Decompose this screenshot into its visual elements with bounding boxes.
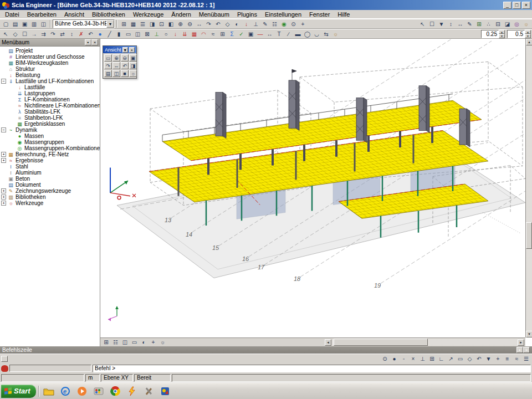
results-table-icon[interactable]: ▦ [129,20,138,28]
tree-item[interactable]: + ≈ Ergebnisse [1,157,100,163]
vertical-scroll-track[interactable] [526,45,532,331]
wall-icon[interactable]: ◫ [133,30,142,38]
tree-item[interactable]: ▦ Ergebnisklassen [10,121,100,127]
snap-mode-icon[interactable]: ⊙ [289,20,298,28]
media-player-icon[interactable] [75,385,89,398]
tree-item[interactable]: Σ LF-Kombinationen [10,96,100,103]
view-mode-icon[interactable]: ⊞ [101,338,111,346]
scale-field-1[interactable]: 0.25 ▲ ▼ [481,30,505,38]
dimension-icon[interactable]: ↔ [456,20,465,28]
connect-icon[interactable]: ⇆ [321,30,331,38]
annotation-icon[interactable]: ✎ [465,20,474,28]
ucs-icon[interactable]: + [298,20,308,28]
zoom-in-icon[interactable]: ⊕ [112,54,120,62]
dimension-line-icon[interactable]: ↔ [265,30,274,38]
close-icon[interactable]: × [91,39,98,45]
snap-intersection-icon[interactable]: × [408,355,418,363]
menu-item[interactable]: Ansicht [60,11,88,18]
arc-icon[interactable]: ◡ [312,30,321,38]
tree-expander-icon[interactable]: − [1,79,6,84]
mesh-icon[interactable]: ⊞ [218,30,227,38]
3d-model-canvas[interactable]: 13 14 15 16 17 18 19 [100,39,525,337]
tree-item[interactable]: ↓ Lastfälle [10,84,100,90]
settings-icon[interactable]: ☼ [331,30,340,38]
zoom-in-icon[interactable]: ⊕ [176,20,185,28]
section-line-icon[interactable]: — [255,30,265,38]
axes-toggle-icon[interactable]: + [149,338,158,346]
moment-load-icon[interactable]: ◠ [199,30,208,38]
text-icon[interactable]: T [274,30,284,38]
spin-field-value[interactable]: 0.5 [507,30,525,38]
horizontal-scroll-thumb[interactable] [334,339,428,346]
save-project-icon[interactable]: ▣ [20,20,29,28]
circle-icon[interactable]: ◯ [303,30,312,38]
show-labels-icon[interactable]: ✎ [260,20,270,28]
menu-item[interactable]: Hilfe [334,11,354,18]
stop-hand-icon[interactable] [1,365,8,372]
clipping-box-icon[interactable]: ⊟ [493,20,503,28]
select-poly-icon[interactable]: ◇ [11,30,20,38]
close-button[interactable]: × [522,2,530,9]
section-icon[interactable]: ◪ [503,20,512,28]
scroll-right-icon[interactable]: ► [518,339,524,346]
calculate-icon[interactable]: Σ [227,30,237,38]
menu-item[interactable]: Einstellungen [261,11,305,18]
select-rect-icon[interactable]: ▭ [456,355,465,363]
temperature-load-icon[interactable]: ≈ [208,30,218,38]
vertical-scrollbar[interactable]: ▲ ▼ [525,39,532,337]
layers-icon[interactable]: ☷ [270,20,279,28]
scale-field-2[interactable]: 0.5 ▲ ▼ [507,30,531,38]
menu-item[interactable]: Werkzeuge [129,11,167,18]
opening-icon[interactable]: ⊠ [142,30,152,38]
tools-icon[interactable] [141,385,156,398]
tree-item[interactable]: λ Stabilitäts-LFK [10,109,100,115]
menu-item[interactable]: Menübaum [195,11,233,18]
activity-icon[interactable]: ◉ [279,20,289,28]
copy-icon[interactable]: ⇉ [39,30,48,38]
tree-item[interactable]: ⇊ Lastgruppen [10,90,100,96]
view-palette-titlebar[interactable]: Ansicht ▼ × [103,46,136,53]
command-options-button[interactable] [1,356,8,362]
tree-item[interactable]: ▣ Beton [1,176,100,182]
snap-perpendicular-icon[interactable]: ⊥ [418,355,427,363]
select-all-icon[interactable]: ☐ [427,20,437,28]
concrete-check-icon[interactable]: ▣ [246,30,255,38]
zoom-selection-icon[interactable]: ◨ [129,62,137,69]
select-icon[interactable]: ↖ [1,30,11,38]
tree-item[interactable]: − ~ Dynamik [1,127,100,133]
tree-expander-icon[interactable]: − [1,127,6,132]
measure-icon[interactable]: ↕ [446,20,456,28]
combo-dropdown-icon[interactable]: ▼ [106,20,114,28]
tree-item[interactable]: + ▦ Berechnung, FE-Netz [1,151,100,157]
display-settings-icon[interactable]: ☼ [158,338,167,346]
tree-expander-icon[interactable]: + [1,201,6,206]
show-loads-icon[interactable]: ↓ [242,20,251,28]
zoom-box-icon[interactable]: ▭ [130,338,139,346]
tree-item[interactable]: ▦ BIM-Werkzeugkasten [1,60,100,66]
tree-item[interactable]: + ▥ Bibliotheken [1,194,100,200]
pan-view-icon[interactable]: ↔ [112,62,120,69]
node-icon[interactable]: ● [95,30,105,38]
previous-view-icon[interactable]: ↶ [121,62,129,69]
tree-expander-icon[interactable]: + [1,195,6,200]
spin-up-icon[interactable]: ▲ [525,30,531,34]
view-settings-icon[interactable]: ☼ [521,20,531,28]
copy-view-icon[interactable]: ◫ [112,70,120,77]
project-combo[interactable]: Bühne Geb.34-3b-HE ▼ [53,19,115,28]
tree-item[interactable]: I Stahl [1,163,100,170]
layers-toggle-icon[interactable]: ☷ [111,338,120,346]
filter-icon[interactable]: ▼ [484,355,493,363]
menu-item[interactable]: Plugins [233,11,261,18]
new-project-icon[interactable]: ▢ [1,20,11,28]
tree-item[interactable]: ▤ Dokument [1,182,100,188]
delete-icon[interactable]: ✗ [76,30,86,38]
snap-grid-icon[interactable]: ⊞ [427,355,437,363]
menu-item[interactable]: Datei [1,11,23,18]
show-supports-icon[interactable]: ⊥ [251,20,260,28]
spin-down-icon[interactable]: ▼ [525,34,531,38]
tree-item[interactable]: ◎ Massengruppen-Kombinationen [10,145,100,151]
rotate-view-icon[interactable]: ↷ [204,20,213,28]
deselect-icon[interactable]: ☐ [20,30,29,38]
zoom-all-icon[interactable]: ▣ [129,54,137,62]
beam-icon[interactable]: ╱ [105,30,114,38]
